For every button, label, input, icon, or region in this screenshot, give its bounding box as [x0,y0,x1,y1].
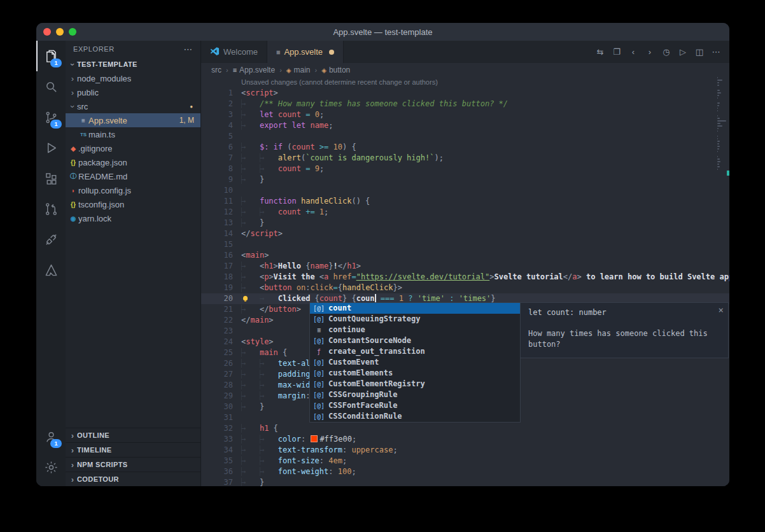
sidebar-section-npm-scripts[interactable]: ›NPM SCRIPTS [66,457,200,472]
code-text: <style> [241,337,274,347]
github-pull-requests-icon[interactable] [36,193,66,224]
minimize-window-button[interactable] [56,28,64,36]
editor-toolbar: ⇆❐‹›◷▷◫⋯ [592,41,729,63]
suggestion-count[interactable]: [@]count [310,303,520,314]
code-line[interactable]: 6→ $: if (count >= 10) { [201,142,729,153]
source-control-icon[interactable]: 1 [36,102,66,132]
code-line[interactable]: 17→ <h1>Hello {name}!</h1> [201,261,729,272]
split-editor-icon[interactable]: ◫ [691,44,708,60]
code-line[interactable]: 5 [201,131,729,142]
code-line[interactable]: 4→ export let name; [201,120,729,131]
section-label: TIMELINE [77,446,112,454]
azure-icon[interactable] [36,255,66,285]
explorer-more-actions-icon[interactable]: ⋯ [183,44,193,54]
code-text: → → font-weight: 100; [241,466,356,477]
item-label: src [77,102,88,111]
breadcrumb-item-main[interactable]: ◈main [286,66,311,74]
overview-ruler-marker [727,171,729,176]
more-actions-icon[interactable]: ⋯ [708,44,724,60]
chevron-down-icon: › [68,102,78,111]
code-line[interactable]: 16<main> [201,250,729,261]
code-line[interactable]: 9→ } [201,174,729,185]
close-window-button[interactable] [43,28,51,36]
sidebar-section-outline[interactable]: ›OUTLINE [66,428,200,442]
code-line[interactable]: 11→ function handleClick() { [201,196,729,207]
suggestion-customevent[interactable]: [@]CustomEvent [310,357,520,368]
run-debug-icon[interactable] [36,132,66,163]
file-history-icon[interactable]: ◷ [658,44,675,60]
suggestion-customelements[interactable]: [@]customElements [310,368,520,379]
suggestion-constantsourcenode[interactable]: [@]ConstantSourceNode [310,335,520,346]
vscode-window: App.svelte — test-template 11 1 EXPLORER… [36,23,729,486]
folder-item-public[interactable]: ›public [66,85,200,99]
code-line[interactable]: 15 [201,239,729,250]
close-icon[interactable]: × [719,305,724,314]
remote-explorer-icon[interactable] [36,224,66,255]
traffic-lights [36,28,76,36]
file-item-tsconfig-json[interactable]: {}tsconfig.json [66,197,200,211]
tab-welcome[interactable]: Welcome [201,41,267,63]
title-bar[interactable]: App.svelte — test-template [36,23,729,41]
suggestion-cssfontfacerule[interactable]: [@]CSSFontFaceRule [310,400,520,411]
suggestion-cssconditionrule[interactable]: [@]CSSConditionRule [310,411,520,422]
minimap[interactable] [717,77,726,486]
suggest-signature: let count: number [528,307,713,318]
tab-app-svelte[interactable]: ≡App.svelte [267,41,344,63]
folder-item-node-modules[interactable]: ›node_modules [66,71,200,85]
file-item-main-ts[interactable]: TSmain.ts [66,127,200,141]
search-icon[interactable] [36,71,66,102]
sidebar-section-codetour[interactable]: ›CODETOUR [66,472,200,486]
code-line[interactable]: 37→ } [201,477,729,486]
zoom-window-button[interactable] [69,28,76,36]
breadcrumb-item-src[interactable]: src [211,66,221,74]
folder-item-src[interactable]: ›src● [66,99,200,113]
file-item--gitignore[interactable]: ◆.gitignore [66,141,200,155]
section-label: CODETOUR [77,475,119,483]
code-editor[interactable]: Unsaved changes (cannot determine recent… [201,77,729,486]
settings-gear-icon[interactable] [36,452,66,482]
code-text: → } [241,402,264,412]
code-line[interactable]: 14</script> [201,228,729,239]
breadcrumb-item-app-svelte[interactable]: ≡App.svelte [233,66,275,74]
next-change-icon[interactable]: › [642,44,658,60]
code-line[interactable]: 7→ → alert(`count is dangerously high!`)… [201,153,729,164]
code-line[interactable]: 3→ let count = 0; [201,109,729,120]
file-item-app-svelte[interactable]: ≡App.svelte1, M [66,113,200,127]
suggestion-countqueuingstrategy[interactable]: [@]CountQueuingStrategy [310,314,520,325]
suggestion-cssgroupingrule[interactable]: [@]CSSGroupingRule [310,389,520,400]
project-root-row[interactable]: › TEST-TEMPLATE [66,57,200,71]
code-line[interactable]: 12→ → count += 1; [201,207,729,218]
lightbulb-icon[interactable] [243,296,248,300]
account-icon[interactable]: 1 [36,421,66,452]
code-line[interactable]: 1<script> [201,88,729,99]
file-item-rollup-config-js[interactable]: ◗rollup.config.js [66,183,200,197]
sidebar-section-timeline[interactable]: ›TIMELINE [66,442,200,457]
file-item-yarn-lock[interactable]: ◉yarn.lock [66,211,200,225]
code-line[interactable]: 10 [201,185,729,196]
suggestion-continue[interactable]: ≣continue [310,325,520,335]
code-line[interactable]: 13→ } [201,218,729,228]
suggestion-create_out_transition[interactable]: ƒcreate_out_transition [310,346,520,357]
file-item-readme-md[interactable]: ⓘREADME.md [66,169,200,183]
line-number: 7 [201,153,241,164]
code-line[interactable]: 2→ /** How many times has someone clicke… [201,99,729,109]
extensions-icon[interactable] [36,163,66,193]
code-line[interactable]: 18→ <p>Visit the <a href="https://svelte… [201,272,729,283]
open-preview-icon[interactable]: ❐ [608,44,625,60]
code-line[interactable]: 8→ → count = 9; [201,164,729,174]
code-line[interactable]: 33→ → color: #ff3e00; [201,434,729,445]
class-icon: [@] [313,314,325,325]
breadcrumb-item-button[interactable]: ◈button [321,66,350,74]
suggestion-customelementregistry[interactable]: [@]CustomElementRegistry [310,379,520,389]
code-line[interactable]: 34→ → text-transform: uppercase; [201,445,729,456]
code-line[interactable]: 19→ <button on:click={handleClick}> [201,283,729,293]
file-item-package-json[interactable]: {}package.json [66,155,200,169]
line-number: 31 [201,412,241,423]
open-changes-icon[interactable]: ⇆ [592,44,608,60]
code-line[interactable]: 32→ h1 { [201,423,729,434]
code-line[interactable]: 36→ → font-weight: 100; [201,466,729,477]
run-file-icon[interactable]: ▷ [675,44,691,60]
previous-change-icon[interactable]: ‹ [625,44,642,60]
explorer-icon[interactable]: 1 [36,41,66,71]
code-line[interactable]: 35→ → font-size: 4em; [201,456,729,466]
